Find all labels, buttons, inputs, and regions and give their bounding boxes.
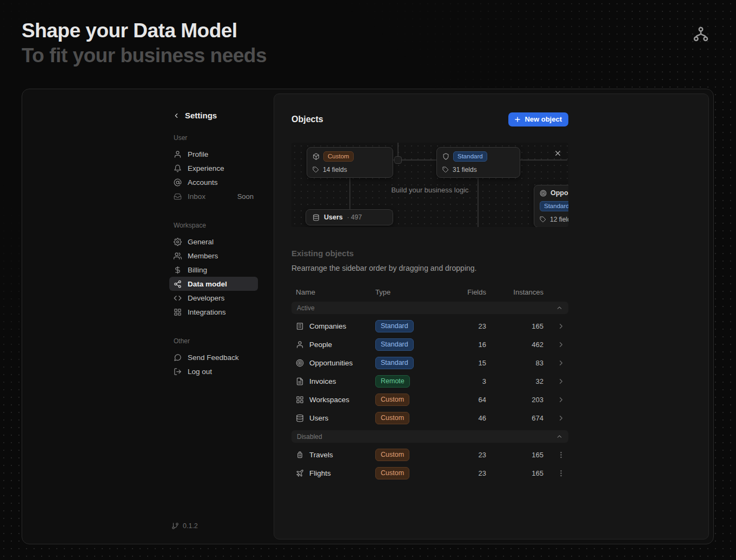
node-instance-count: 497 bbox=[347, 214, 362, 221]
table-row-travels[interactable]: Travels Custom 23 165 bbox=[291, 445, 568, 464]
target-icon bbox=[296, 359, 304, 367]
sidebar-item-developers[interactable]: Developers bbox=[169, 291, 258, 305]
data-model-icon bbox=[174, 280, 182, 288]
person-icon bbox=[296, 341, 304, 349]
sidebar-item-data-model[interactable]: Data model bbox=[169, 277, 258, 291]
settings-title: Settings bbox=[185, 111, 217, 120]
sidebar-item-billing[interactable]: Billing bbox=[169, 263, 258, 277]
row-menu-dots[interactable] bbox=[543, 469, 568, 477]
column-type: Type bbox=[375, 288, 443, 296]
table-row-users[interactable]: Users Custom 46 674 bbox=[291, 409, 568, 427]
database-icon bbox=[296, 414, 304, 422]
type-badge: Custom bbox=[375, 394, 409, 406]
table-row-flights[interactable]: Flights Custom 23 165 bbox=[291, 464, 568, 482]
gear-icon bbox=[174, 238, 182, 246]
section-label-workspace: Workspace bbox=[169, 222, 258, 229]
row-menu-dots[interactable] bbox=[543, 451, 568, 459]
grid-icon bbox=[174, 308, 182, 316]
box-icon bbox=[313, 153, 320, 160]
existing-objects-title: Existing objects bbox=[291, 249, 568, 258]
data-model-logo-icon bbox=[693, 26, 709, 44]
objects-panel: Objects New object bbox=[274, 94, 709, 539]
row-chevron[interactable] bbox=[543, 359, 568, 367]
hero: Shape your Data Model To fit your busine… bbox=[22, 18, 267, 68]
canvas-node-users[interactable]: Users 497 bbox=[306, 209, 393, 225]
column-fields: Fields bbox=[443, 288, 486, 296]
sidebar-item-send-feedback[interactable]: Send Feedback bbox=[169, 350, 258, 364]
table-row-companies[interactable]: Companies Standard 23 165 bbox=[291, 317, 568, 335]
table-row-invoices[interactable]: Invoices Remote 3 32 bbox=[291, 372, 568, 390]
objects-title: Objects bbox=[291, 115, 323, 124]
sidebar-item-members[interactable]: Members bbox=[169, 249, 258, 263]
node-type-badge: Standard bbox=[540, 201, 568, 211]
canvas-node-custom[interactable]: Custom 14 fields bbox=[307, 147, 393, 178]
sidebar-item-experience[interactable]: Experience bbox=[169, 161, 258, 175]
building-icon bbox=[296, 322, 304, 330]
group-header-disabled[interactable]: Disabled bbox=[291, 430, 568, 443]
new-object-button[interactable]: New object bbox=[508, 112, 568, 126]
document-icon bbox=[296, 377, 304, 385]
settings-back-button[interactable]: Settings bbox=[169, 111, 258, 120]
table-header: Name Type Fields Instances bbox=[291, 285, 568, 298]
plus-icon bbox=[514, 116, 521, 123]
type-badge: Standard bbox=[375, 320, 414, 332]
dollar-icon bbox=[174, 266, 182, 274]
page-subtitle: To fit your business needs bbox=[22, 43, 267, 68]
git-branch-icon bbox=[171, 522, 179, 530]
row-chevron[interactable] bbox=[543, 396, 568, 404]
existing-objects-subtitle: Rearrange the sidebar order by dragging … bbox=[291, 264, 568, 272]
node-type-badge: Custom bbox=[323, 151, 354, 162]
app-version: 0.1.2 bbox=[171, 522, 198, 530]
luggage-icon bbox=[296, 451, 304, 459]
column-instances: Instances bbox=[486, 288, 543, 296]
tag-icon bbox=[540, 216, 546, 223]
type-badge: Remote bbox=[375, 375, 410, 388]
row-chevron[interactable] bbox=[543, 341, 568, 349]
settings-window: Settings User Profile Experience Account… bbox=[22, 89, 714, 544]
table-row-workspaces[interactable]: Workspaces Custom 64 203 bbox=[291, 390, 568, 409]
sidebar-item-accounts[interactable]: Accounts bbox=[169, 175, 258, 189]
canvas-junction bbox=[394, 156, 402, 164]
table-row-opportunities[interactable]: Opportunities Standard 15 83 bbox=[291, 354, 568, 372]
node-fields-count: 14 fields bbox=[323, 166, 347, 174]
canvas-node-opportunities[interactable]: Opportunities Standard 12 fields bbox=[534, 185, 568, 227]
tag-icon bbox=[442, 166, 449, 173]
node-fields-count: 12 fields bbox=[550, 216, 568, 223]
type-badge: Custom bbox=[375, 412, 409, 424]
chevron-up-icon bbox=[556, 304, 563, 311]
sidebar-item-profile[interactable]: Profile bbox=[169, 147, 258, 161]
row-chevron[interactable] bbox=[543, 322, 568, 330]
node-fields-count: 31 fields bbox=[453, 166, 477, 174]
close-icon[interactable] bbox=[554, 149, 562, 157]
logout-icon bbox=[174, 368, 182, 376]
sidebar-item-integrations[interactable]: Integrations bbox=[169, 305, 258, 319]
bell-icon bbox=[174, 164, 182, 172]
type-badge: Standard bbox=[375, 338, 414, 351]
section-label-other: Other bbox=[169, 337, 258, 345]
sidebar-item-log-out[interactable]: Log out bbox=[169, 364, 258, 378]
settings-sidebar: Settings User Profile Experience Account… bbox=[169, 111, 258, 378]
page-title: Shape your Data Model bbox=[22, 18, 267, 43]
group-header-active[interactable]: Active bbox=[291, 302, 568, 314]
column-name: Name bbox=[291, 288, 375, 296]
database-icon bbox=[313, 214, 320, 221]
row-chevron[interactable] bbox=[543, 377, 568, 385]
tag-icon bbox=[313, 166, 319, 173]
plane-icon bbox=[296, 469, 304, 477]
table-row-people[interactable]: People Standard 16 462 bbox=[291, 335, 568, 354]
type-badge: Custom bbox=[375, 449, 409, 461]
canvas-node-standard[interactable]: Standard 31 fields bbox=[436, 147, 520, 178]
type-badge: Standard bbox=[375, 357, 414, 369]
at-sign-icon bbox=[174, 178, 182, 186]
shield-icon bbox=[442, 153, 449, 160]
objects-table: Name Type Fields Instances Active Compan… bbox=[291, 285, 568, 482]
users-icon bbox=[174, 252, 182, 260]
sidebar-item-general[interactable]: General bbox=[169, 235, 258, 249]
node-name: Opportunities bbox=[551, 189, 568, 197]
row-chevron[interactable] bbox=[543, 414, 568, 422]
data-model-canvas[interactable]: Custom 14 fields Standard 31 fields bbox=[291, 143, 568, 227]
sidebar-item-inbox[interactable]: Inbox Soon bbox=[169, 189, 258, 203]
chat-bubble-icon bbox=[174, 354, 182, 362]
target-icon bbox=[540, 190, 547, 197]
chevron-up-icon bbox=[556, 433, 563, 440]
